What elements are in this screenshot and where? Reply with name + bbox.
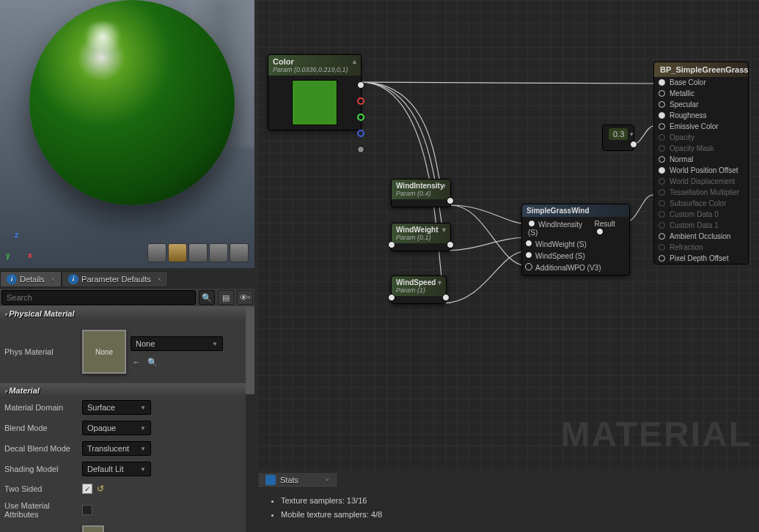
output-pin-row[interactable]: World Position Offset [654, 165, 748, 176]
output-pin-row[interactable]: Custom Data 1 [654, 220, 748, 231]
pin-result[interactable] [596, 228, 604, 235]
primitive-plane-button[interactable] [188, 243, 208, 262]
use-selected-button[interactable]: ← [131, 357, 142, 367]
tab-parameter-defaults[interactable]: i Parameter Defaults × [62, 271, 168, 287]
decal-blend-dropdown[interactable]: Translucent▼ [82, 441, 151, 456]
category-physical-material[interactable]: ▾ Physical Material [0, 306, 246, 320]
output-pin-row[interactable]: Emissive Color [654, 121, 748, 132]
color-swatch[interactable] [292, 80, 337, 125]
material-graph[interactable]: MATERIAL Color Param (0.0336,0.219,0,1) … [257, 0, 759, 469]
pin-input[interactable] [659, 189, 665, 196]
category-material[interactable]: ▾ Material [0, 383, 246, 397]
pin-output[interactable] [442, 294, 450, 301]
view-options-button[interactable]: 👁▾ [237, 290, 253, 305]
close-icon[interactable]: × [51, 275, 55, 284]
output-pin-row[interactable]: Opacity [654, 132, 748, 143]
node-wind-intensity[interactable]: WindIntensity Param (0.4) ▼ [391, 179, 451, 207]
pin-output[interactable] [447, 241, 454, 248]
collapse-icon[interactable]: ▼ [436, 279, 443, 287]
pin-output[interactable] [630, 141, 637, 148]
output-pin-row[interactable]: Tessellation Multiplier [654, 187, 748, 198]
primitive-mesh-button[interactable] [230, 243, 249, 262]
node-header[interactable]: WindIntensity Param (0.4) ▼ [392, 180, 450, 199]
browse-button[interactable]: 🔍 [147, 357, 158, 367]
pin-input[interactable] [659, 123, 665, 130]
phys-material-dropdown[interactable]: None▼ [131, 336, 223, 351]
pin-input[interactable] [659, 178, 665, 185]
scrollbar-thumb[interactable] [246, 306, 254, 394]
reset-to-default-icon[interactable]: ↺ [97, 484, 104, 494]
node-constant[interactable]: 0.3 ▼ [602, 125, 634, 151]
output-pin-row[interactable]: Base Color [654, 77, 748, 88]
close-icon[interactable]: × [157, 275, 161, 284]
property-matrix-button[interactable]: ▤ [218, 290, 234, 305]
use-material-attributes-checkbox[interactable] [82, 505, 92, 515]
blend-mode-dropdown[interactable]: Opaque▼ [82, 421, 151, 435]
pin-input[interactable] [659, 90, 665, 97]
node-color-param[interactable]: Color Param (0.0336,0.219,0,1) ▲ [268, 54, 362, 130]
pin-input[interactable] [659, 101, 665, 108]
pin-input[interactable] [659, 79, 665, 86]
output-pin-row[interactable]: Normal [654, 154, 748, 165]
pin-wind-speed[interactable] [525, 251, 532, 259]
output-pin-row[interactable]: World Displacement [654, 176, 748, 187]
node-wind-speed[interactable]: WindSpeed Param (1) ▼ [391, 276, 447, 304]
output-pin-row[interactable]: Opacity Mask [654, 143, 748, 154]
collapse-icon[interactable]: ▼ [628, 131, 634, 138]
pin-input[interactable] [659, 255, 665, 262]
primitive-cylinder-button[interactable] [147, 243, 166, 262]
material-preview-viewport[interactable]: z y x [0, 0, 254, 268]
pin-input[interactable] [659, 145, 665, 152]
pin-input[interactable] [659, 211, 665, 218]
pin-input[interactable] [659, 222, 665, 229]
details-scrollbar[interactable] [246, 306, 254, 532]
pin-input[interactable] [388, 241, 395, 248]
close-icon[interactable]: × [325, 476, 329, 484]
node-material-output[interactable]: BP_SimpleGreenGrass Base ColorMetallicSp… [653, 62, 749, 265]
material-domain-dropdown[interactable]: Surface▼ [82, 400, 151, 415]
pin-input[interactable] [388, 294, 395, 301]
search-input[interactable] [1, 290, 196, 305]
pin-output-a[interactable] [357, 146, 364, 153]
collapse-icon[interactable]: ▼ [441, 226, 447, 234]
primitive-sphere-button[interactable] [168, 243, 187, 262]
pin-output-rgb[interactable] [357, 81, 364, 89]
phys-material-thumbnail[interactable]: None [82, 330, 126, 374]
node-header[interactable]: WindSpeed Param (1) ▼ [392, 276, 446, 296]
pin-output-g[interactable] [357, 114, 364, 121]
pin-wind-weight[interactable] [525, 240, 532, 247]
output-pin-row[interactable]: Roughness [654, 110, 748, 121]
pin-input[interactable] [659, 134, 665, 141]
collapse-icon[interactable]: ▲ [351, 58, 358, 65]
output-pin-row[interactable]: Specular [654, 99, 748, 110]
shading-model-dropdown[interactable]: Default Lit▼ [82, 462, 151, 476]
pin-input[interactable] [659, 156, 665, 163]
output-pin-row[interactable]: Subsurface Color [654, 198, 748, 209]
output-pin-row[interactable]: Custom Data 0 [654, 209, 748, 220]
output-pin-row[interactable]: Ambient Occlusion [654, 231, 748, 242]
extra-thumbnail[interactable] [82, 525, 104, 532]
pin-wind-intensity[interactable] [528, 220, 535, 227]
pin-output[interactable] [447, 197, 454, 204]
output-pin-row[interactable]: Metallic [654, 88, 748, 99]
pin-input[interactable] [659, 233, 665, 240]
tab-stats[interactable]: Stats × [257, 472, 338, 488]
output-pin-row[interactable]: Pixel Depth Offset [654, 253, 748, 264]
pin-input[interactable] [659, 167, 665, 174]
pin-input[interactable] [659, 244, 665, 251]
two-sided-checkbox[interactable]: ✓ [82, 484, 92, 494]
node-header[interactable]: SimpleGrassWind [522, 204, 629, 217]
output-pin-row[interactable]: Refraction [654, 242, 748, 253]
collapse-icon[interactable]: ▼ [441, 182, 447, 190]
node-wind-weight[interactable]: WindWeight Param (0.1) ▼ [391, 223, 451, 251]
node-header[interactable]: WindWeight Param (0.1) ▼ [392, 223, 450, 243]
tab-details[interactable]: i Details × [0, 271, 62, 287]
pin-output-r[interactable] [357, 97, 364, 105]
pin-input[interactable] [659, 200, 665, 207]
node-header[interactable]: Color Param (0.0336,0.219,0,1) ▲ [268, 55, 361, 75]
pin-additional-wpo[interactable] [525, 263, 532, 270]
node-simple-grass-wind[interactable]: SimpleGrassWind WindIntensity (S) Result… [521, 204, 630, 276]
pin-output-b[interactable] [357, 130, 364, 137]
search-icon[interactable]: 🔍 [199, 290, 215, 305]
pin-input[interactable] [659, 112, 665, 119]
